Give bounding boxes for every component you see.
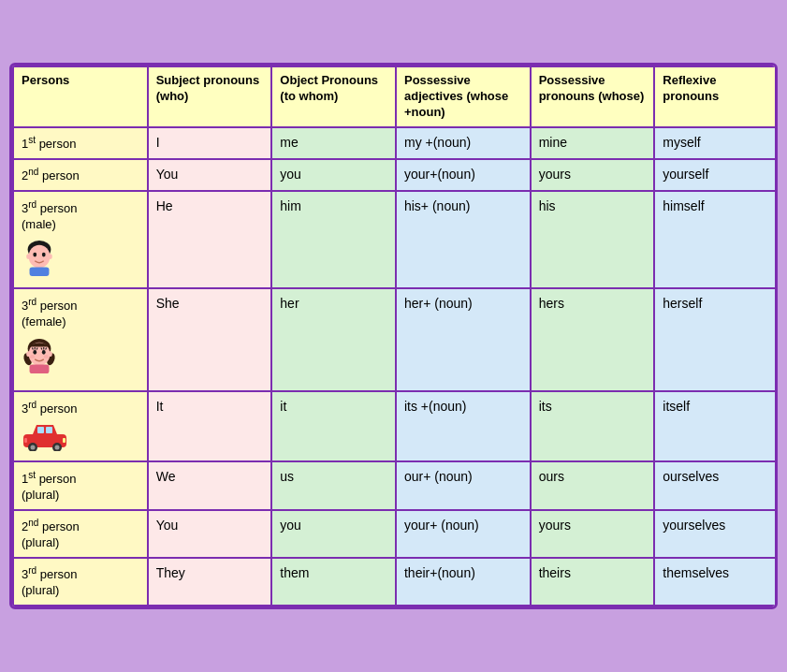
person-label: 1st person(plural)	[22, 472, 76, 502]
boy-icon	[22, 236, 139, 282]
header-reflexive: Reflexive pronouns	[654, 66, 778, 127]
reflexive-cell-7: themselves	[654, 558, 778, 606]
svg-point-1	[29, 245, 51, 269]
svg-rect-31	[63, 438, 66, 443]
svg-point-30	[55, 445, 60, 449]
poss-adj-cell-6: your+ (noun)	[396, 510, 531, 558]
header-poss-pro: Possessive pronouns (whose)	[531, 66, 655, 127]
reflexive-cell-5: ourselves	[654, 461, 778, 509]
subject-cell-6: You	[148, 510, 272, 558]
person-label: 3rd person	[22, 402, 78, 416]
poss-adj-cell-0: my +(noun)	[396, 127, 531, 159]
subject-cell-4: It	[148, 391, 272, 461]
svg-rect-6	[30, 268, 50, 277]
poss-pro-cell-1: yours	[531, 159, 655, 191]
header-poss-adj: Possessive adjectives (whose +noun)	[396, 66, 531, 127]
object-cell-7: them	[271, 558, 396, 606]
poss-adj-cell-4: its +(noun)	[396, 391, 531, 461]
reflexive-cell-0: myself	[654, 127, 778, 159]
svg-point-21	[26, 352, 31, 358]
poss-adj-cell-5: our+ (noun)	[396, 461, 531, 509]
object-cell-0: me	[271, 127, 396, 159]
person-label: 3rd person(male)	[22, 201, 78, 231]
svg-point-2	[33, 253, 36, 257]
svg-point-28	[31, 445, 36, 449]
reflexive-cell-3: herself	[654, 288, 778, 391]
person-cell-1: 2nd person	[13, 159, 148, 191]
car-icon	[22, 421, 139, 456]
svg-rect-26	[46, 427, 52, 433]
poss-adj-cell-1: your+(noun)	[396, 159, 531, 191]
object-cell-1: you	[271, 159, 396, 191]
object-cell-4: it	[271, 391, 396, 461]
svg-point-12	[42, 350, 46, 355]
header-object: Object Pronouns (to whom)	[271, 66, 396, 127]
svg-rect-25	[37, 427, 44, 433]
poss-pro-cell-7: theirs	[531, 558, 655, 606]
header-subject: Subject pronouns (who)	[148, 66, 272, 127]
header-persons: Persons	[13, 66, 148, 127]
person-label: 3rd person(female)	[22, 299, 78, 329]
poss-pro-cell-0: mine	[531, 127, 655, 159]
svg-point-4	[26, 255, 31, 260]
person-cell-3: 3rd person(female)	[13, 288, 148, 391]
svg-point-22	[48, 352, 52, 358]
subject-cell-7: They	[148, 558, 272, 606]
reflexive-cell-6: yourselves	[654, 510, 778, 558]
person-cell-5: 1st person(plural)	[13, 461, 148, 509]
object-cell-5: us	[271, 461, 396, 509]
reflexive-cell-4: itself	[654, 391, 778, 461]
subject-cell-0: I	[148, 127, 272, 159]
person-label: 2nd person	[22, 168, 80, 183]
person-label: 1st person	[22, 137, 76, 151]
svg-point-5	[48, 255, 52, 260]
girl-icon	[22, 333, 139, 385]
subject-cell-1: You	[148, 159, 272, 191]
person-cell-7: 3rd person(plural)	[13, 558, 148, 606]
object-cell-2: him	[271, 191, 396, 288]
svg-rect-23	[30, 365, 50, 374]
poss-adj-cell-2: his+ (noun)	[396, 191, 531, 288]
reflexive-cell-2: himself	[654, 191, 778, 288]
person-cell-4: 3rd person	[13, 391, 148, 461]
poss-pro-cell-3: hers	[531, 288, 655, 391]
svg-rect-32	[24, 438, 27, 443]
poss-pro-cell-4: its	[531, 391, 655, 461]
poss-pro-cell-2: his	[531, 191, 655, 288]
person-label: 2nd person(plural)	[22, 519, 80, 549]
subject-cell-2: He	[148, 191, 272, 288]
person-cell-6: 2nd person(plural)	[13, 510, 148, 558]
person-cell-0: 1st person	[13, 127, 148, 159]
poss-adj-cell-3: her+ (noun)	[396, 288, 531, 391]
subject-cell-5: We	[148, 461, 272, 509]
svg-point-11	[33, 350, 36, 355]
person-label: 3rd person(plural)	[22, 567, 78, 597]
object-cell-6: you	[271, 510, 396, 558]
poss-pro-cell-6: yours	[531, 510, 655, 558]
reflexive-cell-1: yourself	[654, 159, 778, 191]
pronoun-table: Persons Subject pronouns (who) Object Pr…	[9, 63, 778, 609]
person-cell-2: 3rd person(male)	[13, 191, 148, 288]
subject-cell-3: She	[148, 288, 272, 391]
poss-adj-cell-7: their+(noun)	[396, 558, 531, 606]
object-cell-3: her	[271, 288, 396, 391]
poss-pro-cell-5: ours	[531, 461, 655, 509]
svg-point-3	[42, 253, 46, 257]
